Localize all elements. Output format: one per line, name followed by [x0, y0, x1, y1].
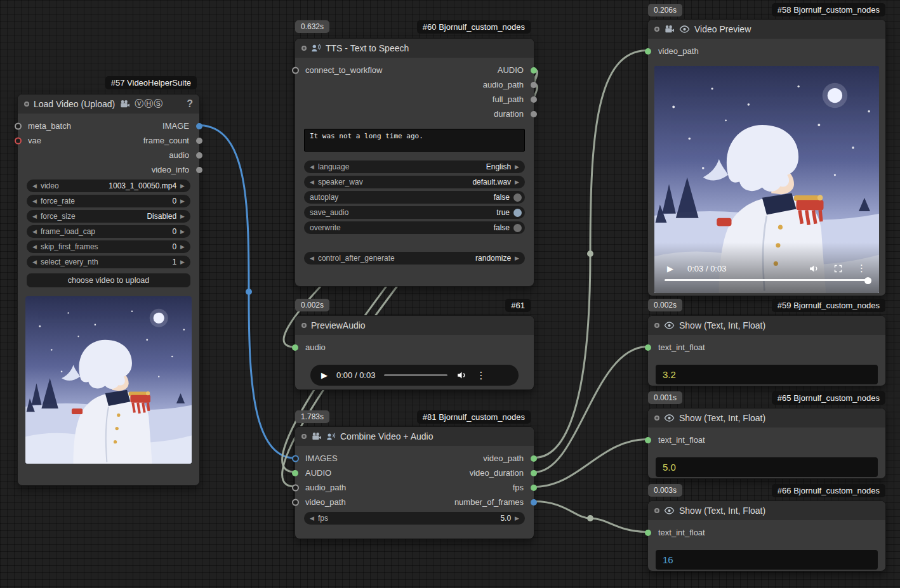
node-header[interactable]: TTS - Text to Speech	[295, 39, 534, 58]
input-port-images[interactable]	[292, 455, 299, 462]
node-show-65[interactable]: Show (Text, Int, Float) text_int_float 5…	[647, 408, 886, 479]
widget-force-rate[interactable]: ◀ force_rate 0 ▶	[27, 195, 190, 207]
prev-arrow[interactable]: ◀	[32, 244, 37, 250]
prev-arrow[interactable]: ◀	[32, 199, 37, 204]
tts-text-input[interactable]: It was not a long time ago.	[304, 129, 525, 152]
collapse-dot[interactable]	[301, 46, 307, 51]
output-port-fps[interactable]	[531, 485, 537, 491]
collapse-dot[interactable]	[301, 323, 307, 328]
input-port-audio[interactable]	[292, 470, 298, 476]
output-port-audio-path[interactable]	[531, 82, 537, 88]
node-show-59[interactable]: Show (Text, Int, Float) text_int_float 3…	[647, 315, 886, 386]
node-graph-canvas[interactable]: #57 VideoHelperSuite 0.632s #60 Bjornulf…	[0, 0, 900, 588]
toggle-save-audio[interactable]: save_audio true	[304, 206, 525, 219]
toggle-autoplay[interactable]: autoplay false	[304, 191, 525, 204]
volume-icon[interactable]	[809, 263, 819, 274]
toggle-overwrite[interactable]: overwrite false	[304, 221, 525, 234]
next-arrow[interactable]: ▶	[515, 180, 519, 185]
node-tts[interactable]: TTS - Text to Speech connect_to_workflow…	[294, 38, 534, 287]
input-port-video-path[interactable]	[645, 48, 651, 55]
node-preview-audio[interactable]: PreviewAudio audio ▶ 0:00 / 0:03 ⋮	[294, 315, 534, 390]
node-header[interactable]: Load Video (Upload) ⓋⒽⓈ ?	[18, 95, 199, 114]
collapse-dot[interactable]	[301, 434, 307, 439]
collapse-dot[interactable]	[654, 508, 659, 513]
input-port-text-int-float[interactable]	[645, 437, 651, 443]
prev-arrow[interactable]: ◀	[32, 259, 37, 265]
input-port-vae[interactable]	[15, 137, 22, 144]
output-port-audio[interactable]	[196, 152, 202, 159]
help-button[interactable]: ?	[187, 98, 193, 110]
next-arrow[interactable]: ▶	[180, 214, 185, 219]
node-video-preview[interactable]: Video Preview video_path ▶ 0:03 / 0:03	[647, 19, 886, 296]
input-port-meta-batch[interactable]	[15, 122, 22, 129]
node-header[interactable]: Show (Text, Int, Float)	[648, 501, 885, 520]
choose-video-button[interactable]: choose video to upload	[27, 273, 190, 287]
next-arrow[interactable]: ▶	[515, 164, 519, 170]
video-controls[interactable]: ▶ 0:03 / 0:03 ⋮	[654, 263, 879, 274]
output-port-video-path[interactable]	[531, 455, 537, 462]
node-combine-video-audio[interactable]: Combine Video + Audio IMAGES video_path …	[294, 426, 534, 539]
prev-arrow[interactable]: ◀	[310, 180, 314, 185]
output-port-frame-count[interactable]	[196, 138, 202, 144]
next-arrow[interactable]: ▶	[180, 183, 185, 189]
collapse-dot[interactable]	[654, 415, 659, 421]
reroute-dot[interactable]	[587, 515, 593, 521]
node-load-video[interactable]: Load Video (Upload) ⓋⒽⓈ ? meta_batch IMA…	[17, 94, 200, 486]
next-arrow[interactable]: ▶	[180, 244, 185, 250]
next-arrow[interactable]: ▶	[515, 516, 519, 521]
prev-arrow[interactable]: ◀	[32, 183, 37, 189]
output-port-video-duration[interactable]	[531, 470, 537, 476]
node-header[interactable]: PreviewAudio	[295, 316, 534, 335]
next-arrow[interactable]: ▶	[515, 256, 519, 261]
input-port-video-path[interactable]	[292, 499, 299, 506]
widget-fps[interactable]: ◀ fps 5.0 ▶	[304, 512, 525, 525]
widget-select-every-nth[interactable]: ◀ select_every_nth 1 ▶	[27, 256, 190, 268]
seek-slider[interactable]	[384, 374, 447, 376]
video-player[interactable]: ▶ 0:03 / 0:03 ⋮	[654, 66, 879, 293]
node-header[interactable]: Video Preview	[648, 20, 885, 39]
output-port-full-path[interactable]	[531, 96, 537, 103]
input-port-connect-to-workflow[interactable]	[292, 67, 299, 74]
output-port-duration[interactable]	[531, 111, 537, 117]
widget-force-size[interactable]: ◀ force_size Disabled ▶	[27, 210, 190, 223]
output-port-number-of-frames[interactable]	[531, 499, 537, 506]
widget-skip-first-frames[interactable]: ◀ skip_first_frames 0 ▶	[27, 240, 190, 253]
more-options-icon[interactable]: ⋮	[476, 370, 486, 381]
audio-player[interactable]: ▶ 0:00 / 0:03 ⋮	[310, 365, 519, 386]
play-button[interactable]: ▶	[321, 370, 328, 380]
toggle-knob[interactable]	[513, 224, 522, 232]
collapse-dot[interactable]	[654, 27, 659, 32]
progress-bar[interactable]	[665, 279, 869, 281]
node-header[interactable]: Show (Text, Int, Float)	[648, 316, 885, 335]
widget-language[interactable]: ◀ language English ▶	[304, 160, 525, 173]
progress-knob[interactable]	[864, 277, 871, 284]
widget-video[interactable]: ◀ video 1003_1_00050.mp4 ▶	[27, 180, 190, 192]
next-arrow[interactable]: ▶	[180, 259, 185, 265]
play-button[interactable]: ▶	[667, 264, 673, 273]
prev-arrow[interactable]: ◀	[310, 516, 314, 521]
input-port-audio-path[interactable]	[292, 484, 299, 491]
collapse-dot[interactable]	[24, 101, 29, 107]
next-arrow[interactable]: ▶	[180, 229, 185, 235]
output-port-image[interactable]	[196, 123, 202, 129]
prev-arrow[interactable]: ◀	[310, 256, 314, 261]
input-port-text-int-float[interactable]	[645, 530, 651, 536]
input-port-text-int-float[interactable]	[645, 344, 651, 351]
prev-arrow[interactable]: ◀	[310, 164, 314, 170]
fullscreen-icon[interactable]	[833, 264, 843, 273]
prev-arrow[interactable]: ◀	[32, 229, 37, 235]
widget-frame-load-cap[interactable]: ◀ frame_load_cap 0 ▶	[27, 225, 190, 238]
next-arrow[interactable]: ▶	[180, 199, 185, 204]
toggle-knob[interactable]	[513, 193, 522, 202]
toggle-knob[interactable]	[513, 209, 522, 217]
more-options-icon[interactable]: ⋮	[857, 263, 866, 274]
input-port-audio[interactable]	[292, 344, 298, 351]
volume-icon[interactable]	[456, 370, 467, 381]
reroute-dot[interactable]	[587, 251, 593, 257]
output-port-video-info[interactable]	[196, 167, 202, 173]
node-header[interactable]: Show (Text, Int, Float)	[648, 408, 885, 428]
widget-speaker-wav[interactable]: ◀ speaker_wav default.wav ▶	[304, 176, 525, 188]
output-port-audio[interactable]	[531, 67, 537, 74]
node-show-66[interactable]: Show (Text, Int, Float) text_int_float 1…	[647, 500, 886, 572]
reroute-dot[interactable]	[246, 289, 252, 295]
